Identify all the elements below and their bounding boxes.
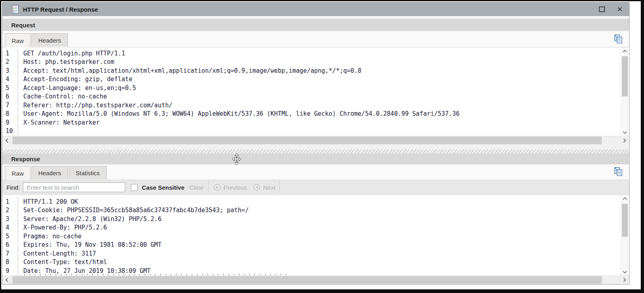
scroll-right-icon[interactable] xyxy=(620,136,629,145)
previous-button[interactable]: Previous xyxy=(214,184,247,191)
line-number: 8 xyxy=(2,258,18,266)
line-number: 10 xyxy=(2,127,18,135)
scroll-up-icon[interactable] xyxy=(621,195,629,202)
request-code-row: 10 xyxy=(2,127,621,136)
window-title: HTTP Request / Response xyxy=(23,6,98,13)
case-sensitive-label: Case Sensitive xyxy=(142,184,184,191)
copy-request-button[interactable] xyxy=(613,34,623,44)
response-lines: 1 HTTP/1.1 200 OK 2 Set-Cookie: PHPSESSI… xyxy=(2,197,621,275)
scroll-down-icon[interactable] xyxy=(621,268,629,275)
response-vertical-scrollbar[interactable] xyxy=(621,195,629,275)
title-bar: HTTP Request / Response ✕ xyxy=(2,2,629,16)
response-code-row: 1 HTTP/1.1 200 OK xyxy=(2,197,621,206)
response-hscroll-thumb[interactable] xyxy=(12,276,602,284)
line-number: 7 xyxy=(2,250,18,257)
response-code-row: 8 Content-Type: text/html xyxy=(2,258,621,267)
findbar-separator xyxy=(279,182,280,193)
maximize-button[interactable] xyxy=(599,6,605,12)
next-circle-arrow-icon xyxy=(253,184,260,191)
line-number: 7 xyxy=(2,102,18,109)
line-number: 4 xyxy=(2,76,18,83)
line-number: 3 xyxy=(2,215,18,223)
code-text: Pragma: no-cache xyxy=(18,232,621,241)
response-horizontal-scrollbar[interactable] xyxy=(2,275,629,284)
code-text: Content-Length: 3117 xyxy=(18,249,621,258)
response-code-row: 2 Set-Cookie: PHPSESSID=365ccb58a85a6c37… xyxy=(2,206,621,215)
close-button[interactable]: ✕ xyxy=(617,6,623,13)
code-text xyxy=(18,127,621,136)
request-vscroll-thumb[interactable] xyxy=(622,56,628,96)
scroll-up-icon[interactable] xyxy=(621,47,629,55)
code-text: Expires: Thu, 19 Nov 1981 08:52:00 GMT xyxy=(18,241,621,250)
response-tabs: RawHeadersStatistics xyxy=(5,166,107,180)
request-lines: 1 GET /auth/login.php HTTP/1.1 2 Host: p… xyxy=(2,49,621,135)
screenshot-frame: HTTP Request / Response ✕ Request RawHea… xyxy=(0,0,644,293)
code-text: GET /auth/login.php HTTP/1.1 xyxy=(18,49,621,58)
scroll-down-icon[interactable] xyxy=(621,129,629,136)
code-text: Content-Type: text/html xyxy=(18,258,621,267)
request-horizontal-scrollbar[interactable] xyxy=(2,136,629,145)
line-number: 1 xyxy=(2,50,18,57)
code-text: Server: Apache/2.2.8 (Win32) PHP/5.2.6 xyxy=(18,215,621,223)
line-number: 5 xyxy=(2,233,18,240)
line-number: 9 xyxy=(2,119,18,126)
case-sensitive-checkbox[interactable] xyxy=(131,184,138,191)
request-vertical-scrollbar[interactable] xyxy=(621,47,629,136)
response-tab[interactable]: Statistics xyxy=(69,166,107,179)
panel-gap xyxy=(2,145,629,150)
request-tabs: RawHeaders xyxy=(5,33,69,47)
line-number: 9 xyxy=(2,267,18,275)
scroll-left-icon[interactable] xyxy=(2,276,11,284)
code-text: Cache-Control: no-cache xyxy=(18,92,621,101)
line-number: 1 xyxy=(2,198,18,205)
code-text: Set-Cookie: PHPSESSID=365ccb58a85a6c3743… xyxy=(18,206,621,215)
copy-response-button[interactable] xyxy=(613,166,623,177)
response-vscroll-thumb[interactable] xyxy=(622,204,628,237)
response-code-row: 7 Content-Length: 3117 xyxy=(2,249,621,258)
request-tab[interactable]: Raw xyxy=(5,33,31,47)
line-number: 6 xyxy=(2,241,18,248)
code-text: User-Agent: Mozilla/5.0 (Windows NT 6.3;… xyxy=(18,110,621,119)
line-number: 3 xyxy=(2,67,18,74)
scroll-left-icon[interactable] xyxy=(2,136,11,145)
request-code-row: 2 Host: php.testsparker.com xyxy=(2,58,621,67)
response-code-row: 4 X-Powered-By: PHP/5.2.6 xyxy=(2,223,621,232)
line-number: 6 xyxy=(2,93,18,100)
code-text: X-Scanner: Netsparker xyxy=(18,118,621,127)
response-section-header: Response xyxy=(2,153,629,164)
next-label: Next xyxy=(263,184,275,191)
request-code-row: 9 X-Scanner: Netsparker xyxy=(2,118,621,127)
request-code-row: 5 Accept-Language: en-us,en;q=0.5 xyxy=(2,84,621,92)
code-text: X-Powered-By: PHP/5.2.6 xyxy=(18,223,621,232)
request-code-row: 4 Accept-Encoding: gzip, deflate xyxy=(2,75,621,84)
response-raw-editor[interactable]: 1 HTTP/1.1 200 OK 2 Set-Cookie: PHPSESSI… xyxy=(2,195,629,275)
request-code-row: 6 Cache-Control: no-cache xyxy=(2,92,621,101)
request-code-row: 1 GET /auth/login.php HTTP/1.1 xyxy=(2,49,621,58)
next-button[interactable]: Next xyxy=(253,184,275,191)
panel-splitter-handle[interactable] xyxy=(2,150,629,153)
response-code-row: 6 Expires: Thu, 19 Nov 1981 08:52:00 GMT xyxy=(2,241,621,250)
response-code-row: 3 Server: Apache/2.2.8 (Win32) PHP/5.2.6 xyxy=(2,215,621,223)
request-code-row: 3 Accept: text/html,application/xhtml+xm… xyxy=(2,66,621,75)
code-text: Accept: text/html,application/xhtml+xml,… xyxy=(18,66,621,75)
request-raw-editor[interactable]: 1 GET /auth/login.php HTTP/1.1 2 Host: p… xyxy=(2,47,629,136)
scroll-right-icon[interactable] xyxy=(620,276,629,284)
request-hscroll-thumb[interactable] xyxy=(12,137,602,144)
line-number: 5 xyxy=(2,84,18,92)
response-tab[interactable]: Raw xyxy=(5,166,31,180)
line-number: 2 xyxy=(2,207,18,214)
code-text: Accept-Language: en-us,en;q=0.5 xyxy=(18,84,621,92)
request-tabstrip: RawHeaders xyxy=(2,31,629,47)
previous-circle-arrow-icon xyxy=(214,184,221,191)
request-section-header: Request xyxy=(2,18,629,31)
find-input[interactable] xyxy=(23,182,125,192)
line-number: 4 xyxy=(2,224,18,231)
code-text: Host: php.testsparker.com xyxy=(18,58,621,67)
findbar-separator xyxy=(208,182,209,193)
response-tab[interactable]: Headers xyxy=(31,166,68,179)
line-number: 2 xyxy=(2,58,18,66)
request-tab[interactable]: Headers xyxy=(31,33,68,47)
find-label: Find: xyxy=(6,184,20,191)
code-text: Accept-Encoding: gzip, deflate xyxy=(18,75,621,84)
clear-button[interactable]: Clear xyxy=(189,184,204,191)
